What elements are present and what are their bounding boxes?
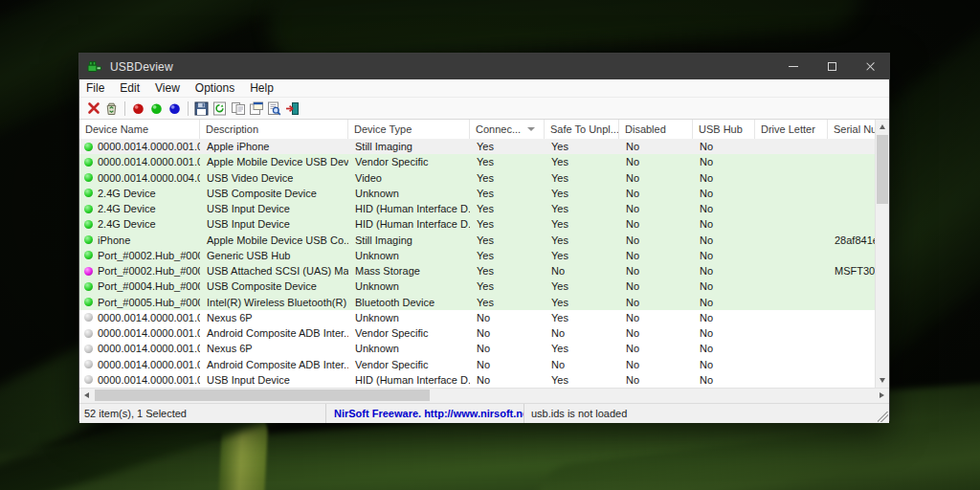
scroll-down-icon bbox=[880, 378, 885, 383]
cell-usb_hub: No bbox=[693, 250, 755, 261]
maximize-button[interactable] bbox=[813, 54, 851, 79]
cell-connected: Yes bbox=[470, 250, 545, 261]
device-name-text: Port_#0005.Hub_#0001 bbox=[98, 297, 200, 308]
properties-icon[interactable] bbox=[247, 100, 265, 117]
device-row[interactable]: iPhoneApple Mobile Device USB Co...Still… bbox=[79, 233, 875, 248]
cell-usb_hub: No bbox=[693, 297, 755, 308]
cell-description: Nexus 6P bbox=[200, 312, 348, 323]
device-name-text: Port_#0004.Hub_#0001 bbox=[98, 280, 200, 292]
cell-disabled: No bbox=[619, 359, 693, 370]
device-row[interactable]: 0000.0014.0000.001.00...Apple iPhoneStil… bbox=[79, 139, 875, 154]
cell-usb_hub: No bbox=[693, 141, 755, 152]
vertical-scrollbar[interactable] bbox=[875, 120, 889, 388]
blue-ball-icon[interactable] bbox=[166, 100, 184, 117]
menu-bar: FileEditViewOptionsHelp bbox=[79, 79, 889, 98]
device-row[interactable]: Port_#0004.Hub_#0001USB Composite Device… bbox=[79, 278, 875, 294]
status-nirsoft-link[interactable]: NirSoft Freeware. http://www.nirsoft.net bbox=[326, 404, 524, 423]
cell-usb_hub: No bbox=[693, 280, 755, 292]
device-row[interactable]: 2.4G DeviceUSB Input DeviceHID (Human In… bbox=[79, 201, 875, 216]
red-ball-icon[interactable] bbox=[129, 100, 147, 117]
scroll-right-button[interactable] bbox=[875, 389, 889, 402]
close-button[interactable] bbox=[851, 54, 889, 79]
column-header-usb_hub[interactable]: USB Hub bbox=[693, 120, 755, 139]
html-report-icon[interactable] bbox=[265, 100, 283, 117]
device-name-text: 0000.0014.0000.001.00... bbox=[98, 312, 200, 323]
cell-description: Android Composite ADB Inter... bbox=[200, 359, 348, 370]
device-row[interactable]: 0000.0014.0000.001.00...Apple Mobile Dev… bbox=[79, 154, 875, 169]
scroll-up-button[interactable] bbox=[876, 120, 889, 134]
resize-grip[interactable] bbox=[878, 412, 888, 422]
column-header-type[interactable]: Device Type bbox=[348, 120, 470, 139]
column-header-drive_letter[interactable]: Drive Letter bbox=[755, 120, 828, 139]
device-row[interactable]: Port_#0002.Hub_#0002USB Attached SCSI (U… bbox=[79, 263, 875, 278]
device-row[interactable]: Port_#0002.Hub_#0001Generic USB HubUnkno… bbox=[79, 248, 875, 263]
menu-edit[interactable]: Edit bbox=[112, 81, 147, 95]
device-name-text: 2.4G Device bbox=[98, 203, 156, 214]
cell-name: 0000.0014.0000.004.00... bbox=[79, 172, 200, 184]
device-row[interactable]: 0000.0014.0000.001.00...Nexus 6PUnknownN… bbox=[79, 341, 875, 356]
cell-connected: Yes bbox=[470, 218, 545, 230]
cell-disabled: No bbox=[619, 188, 693, 199]
vertical-scroll-thumb[interactable] bbox=[877, 135, 888, 204]
device-status-icon bbox=[84, 267, 93, 276]
close-icon bbox=[865, 61, 876, 72]
cell-connected: Yes bbox=[470, 188, 545, 199]
cell-description: USB Input Device bbox=[200, 203, 348, 214]
cell-usb_hub: No bbox=[693, 343, 755, 354]
menu-help[interactable]: Help bbox=[242, 81, 281, 95]
device-row[interactable]: 0000.0014.0000.001.00...Android Composit… bbox=[79, 357, 875, 372]
cell-name: Port_#0002.Hub_#0001 bbox=[79, 250, 200, 261]
device-row[interactable]: 0000.0014.0000.001.00...Android Composit… bbox=[79, 325, 875, 341]
device-status-icon bbox=[84, 158, 93, 167]
device-row[interactable]: 0000.0014.0000.001.00...Nexus 6PUnknownN… bbox=[79, 310, 875, 325]
device-status-icon bbox=[84, 205, 93, 213]
menu-view[interactable]: View bbox=[147, 81, 188, 95]
scroll-down-button[interactable] bbox=[876, 373, 889, 388]
uninstall-icon[interactable] bbox=[84, 100, 102, 117]
cell-disabled: No bbox=[619, 265, 693, 277]
cell-disabled: No bbox=[619, 172, 693, 184]
device-row[interactable]: 2.4G DeviceUSB Composite DeviceUnknownYe… bbox=[79, 186, 875, 201]
device-status-icon bbox=[84, 360, 93, 368]
cell-type: Unknown bbox=[348, 280, 470, 292]
device-row[interactable]: 0000.0014.0000.004.00...USB Video Device… bbox=[79, 170, 875, 186]
refresh-icon[interactable] bbox=[211, 100, 229, 117]
device-name-text: Port_#0002.Hub_#0002 bbox=[98, 265, 200, 277]
cell-type: HID (Human Interface D... bbox=[348, 203, 470, 214]
device-row[interactable]: 2.4G DeviceUSB Input DeviceHID (Human In… bbox=[79, 216, 875, 232]
cell-safe: No bbox=[545, 265, 619, 277]
device-status-icon bbox=[84, 143, 93, 151]
scroll-left-button[interactable] bbox=[79, 389, 94, 402]
column-header-description[interactable]: Description bbox=[200, 120, 348, 139]
title-bar[interactable]: USBDeview bbox=[79, 54, 889, 79]
column-header-safe[interactable]: Safe To Unpl... bbox=[545, 120, 619, 139]
save-icon[interactable] bbox=[192, 100, 211, 117]
device-status-icon bbox=[84, 375, 93, 384]
device-row[interactable]: 0000.0014.0000.001.00...USB Input Device… bbox=[79, 372, 875, 388]
horizontal-scroll-thumb[interactable] bbox=[95, 390, 430, 401]
cell-connected: Yes bbox=[470, 265, 545, 277]
device-row[interactable]: Port_#0005.Hub_#0001Intel(R) Wireless Bl… bbox=[79, 295, 875, 310]
cell-description: Intel(R) Wireless Bluetooth(R) bbox=[200, 297, 348, 308]
cell-safe: No bbox=[545, 359, 619, 370]
cell-usb_hub: No bbox=[693, 265, 755, 277]
menu-options[interactable]: Options bbox=[188, 81, 242, 95]
column-header-disabled[interactable]: Disabled bbox=[619, 120, 693, 139]
cell-description: Apple iPhone bbox=[200, 141, 348, 152]
cell-disabled: No bbox=[619, 141, 693, 152]
cell-name: 0000.0014.0000.001.00... bbox=[79, 156, 200, 167]
column-header-serial[interactable]: Serial Nur bbox=[828, 120, 875, 139]
recycle-bin-icon[interactable] bbox=[102, 100, 121, 117]
minimize-button[interactable] bbox=[774, 54, 813, 79]
exit-icon[interactable] bbox=[283, 100, 301, 117]
green-ball-icon[interactable] bbox=[147, 100, 166, 117]
device-status-icon bbox=[84, 189, 93, 197]
cell-description: USB Composite Device bbox=[200, 280, 348, 292]
column-header-connected[interactable]: Connec... bbox=[470, 120, 545, 139]
column-header-name[interactable]: Device Name bbox=[79, 120, 200, 139]
minimize-icon bbox=[789, 66, 798, 67]
menu-file[interactable]: File bbox=[79, 81, 112, 95]
cell-safe: Yes bbox=[545, 343, 619, 354]
copy-icon[interactable] bbox=[229, 100, 247, 117]
horizontal-scrollbar[interactable] bbox=[79, 388, 889, 403]
